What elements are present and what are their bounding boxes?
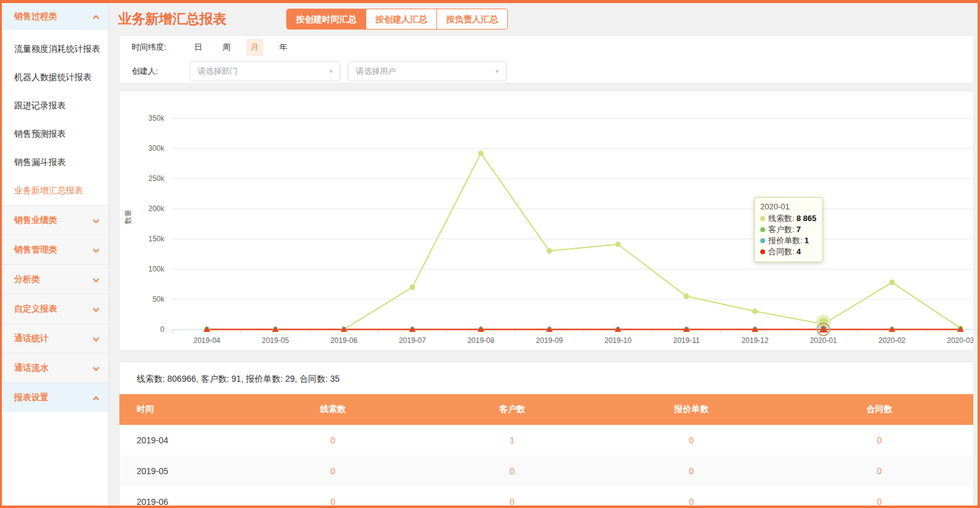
y-axis-name: 数量 [124,209,132,224]
creator-filter-row: 创建人: 请选择部门▼请选择用户▼ [119,59,973,83]
x-axis-tick-label: 2019-08 [467,336,494,345]
table-cell-value: 0 [785,425,973,456]
time-dimension-row: 时间纬度: 日周月年 [119,36,973,59]
y-axis-tick-label: 100k [148,265,165,273]
sidebar-item-sales-management-group[interactable]: 销售管理类 [2,235,108,264]
summary-line-chart[interactable]: 050k100k150k200k250k300k350k数量2019-04201… [119,91,974,351]
time-dimension-options: 日周月年 [190,39,303,56]
time-option-day[interactable]: 日 [190,39,207,56]
table-row: 2019-060000 [119,486,973,508]
x-axis-tick-label: 2020-03 [947,336,974,345]
chevron-up-icon [92,394,100,401]
sidebar-item-report-settings-group[interactable]: 报表设置 [2,382,108,412]
sidebar-item-label: 跟进记录报表 [2,100,66,111]
creator-label: 创建人: [132,66,185,77]
sidebar-item-traffic-quota-report-item[interactable]: 流量额度消耗统计报表 [2,35,108,63]
x-axis-tick-label: 2019-11 [673,336,700,345]
series-line-线索数 [207,153,960,329]
column-header: 合同数 [785,394,973,425]
sidebar-item-followup-record-report-item[interactable]: 跟进记录报表 [2,92,108,120]
sidebar-item-business-new-summary-report-item[interactable]: 业务新增汇总报表 [2,177,108,205]
tooltip-series-value: 8 865 [797,213,817,224]
sidebar-item-label: 机器人数据统计报表 [2,72,92,83]
chart-tooltip: 2020-01 线索数:8 865客户数:7报价单数:1合同数:4 [754,197,823,262]
time-dimension-label: 时间纬度: [132,42,185,53]
x-axis-tick-label: 2019-10 [604,336,632,345]
table-cell-value: 0 [239,425,427,456]
table-cell-value: 1 [427,425,597,456]
y-axis-tick-label: 150k [148,235,165,243]
y-axis-tick-label: 250k [148,174,165,183]
y-axis-tick-label: 200k [148,204,165,213]
sidebar-item-sales-process-group[interactable]: 销售过程类 [2,3,108,30]
table-cell-value: 0 [239,486,427,508]
y-axis-tick-label: 0 [160,325,164,334]
y-axis-tick-label: 300k [148,144,165,153]
series-dot-icon [760,227,765,232]
tooltip-series-name: 线索数: [768,213,795,224]
tooltip-series-name: 合同数: [768,246,795,257]
sidebar-group-label: 报表设置 [2,392,49,403]
sidebar-item-sales-performance-group[interactable]: 销售业绩类 [2,205,108,235]
chevron-down-icon [92,335,100,342]
tooltip-series-name: 客户数: [768,224,795,235]
sidebar-group-label: 销售管理类 [2,244,57,256]
x-axis-tick-label: 2019-12 [741,336,768,345]
time-option-month[interactable]: 月 [246,39,263,56]
table-cell-date: 2019-06 [119,486,239,508]
tooltip-series-value: 4 [797,246,801,257]
chart-panel: 050k100k150k200k250k300k350k数量2019-04201… [119,91,974,351]
user-select[interactable]: 请选择用户▼ [348,61,507,81]
report-table-body: 2019-0401002019-0500002019-060000 [119,425,973,508]
time-option-week[interactable]: 周 [218,39,235,56]
data-point [890,280,895,285]
tooltip-category: 2020-01 [760,202,817,211]
tooltip-series-value: 7 [797,224,801,235]
column-header: 时间 [119,394,239,425]
tab-by-owner[interactable]: 按负责人汇总 [437,9,507,29]
sidebar-item-sales-forecast-report-item[interactable]: 销售预测报表 [2,120,108,148]
main-content: 业务新增汇总报表 按创建时间汇总按创建人汇总按负责人汇总 时间纬度: 日周月年 … [109,3,978,506]
sidebar-item-label: 销售漏斗报表 [2,157,66,168]
sidebar-item-call-flow-group[interactable]: 通话流水 [2,353,108,382]
sidebar-item-sales-funnel-report-item[interactable]: 销售漏斗报表 [2,148,108,177]
data-point [615,241,621,247]
summary-tab-group: 按创建时间汇总按创建人汇总按负责人汇总 [286,9,508,30]
table-cell-date: 2019-05 [119,456,239,486]
table-cell-value: 0 [598,425,785,456]
chevron-down-icon [92,276,100,283]
sidebar: 销售过程类流量额度消耗统计报表机器人数据统计报表跟进记录报表销售预测报表销售漏斗… [2,3,109,506]
sidebar-item-call-statistics-group[interactable]: 通话统计 [2,323,108,353]
table-cell-value: 0 [239,456,427,486]
select-placeholder: 请选择用户 [348,66,396,77]
chevron-down-icon: ▼ [494,68,500,75]
time-option-year[interactable]: 年 [275,39,292,56]
tooltip-series-name: 报价单数: [768,235,803,246]
y-axis-tick-label: 350k [148,114,165,123]
sidebar-item-label: 销售预测报表 [2,129,66,140]
x-axis-tick-label: 2019-09 [536,336,563,345]
table-cell-value: 0 [598,486,785,508]
sidebar-item-analysis-group[interactable]: 分析类 [2,264,108,294]
page-title: 业务新增汇总报表 [118,10,227,28]
tab-by-create-time[interactable]: 按创建时间汇总 [287,9,366,29]
report-table-header: 时间线索数客户数报价单数合同数 [119,394,973,425]
x-axis-tick-label: 2020-01 [810,336,837,345]
department-select[interactable]: 请选择部门▼ [190,61,340,81]
table-row: 2019-040100 [119,425,973,456]
sidebar-item-custom-report-group[interactable]: 自定义报表 [2,294,108,323]
column-header: 线索数 [239,394,427,425]
chevron-down-icon: ▼ [328,68,334,75]
sidebar-sub-items: 流量额度消耗统计报表机器人数据统计报表跟进记录报表销售预测报表销售漏斗报表业务新… [2,30,108,205]
column-header: 报价单数 [598,394,785,425]
x-axis-tick-label: 2019-07 [399,336,426,345]
sidebar-item-robot-data-report-item[interactable]: 机器人数据统计报表 [2,63,108,92]
table-cell-value: 0 [598,456,785,486]
tooltip-series-row: 报价单数:1 [760,235,817,246]
data-point [409,284,415,290]
table-cell-value: 0 [785,456,973,486]
sidebar-item-label: 业务新增汇总报表 [2,185,83,196]
app-window: 销售过程类流量额度消耗统计报表机器人数据统计报表跟进记录报表销售预测报表销售漏斗… [0,0,980,508]
tooltip-series-row: 线索数:8 865 [760,213,817,224]
tab-by-creator[interactable]: 按创建人汇总 [366,9,437,29]
